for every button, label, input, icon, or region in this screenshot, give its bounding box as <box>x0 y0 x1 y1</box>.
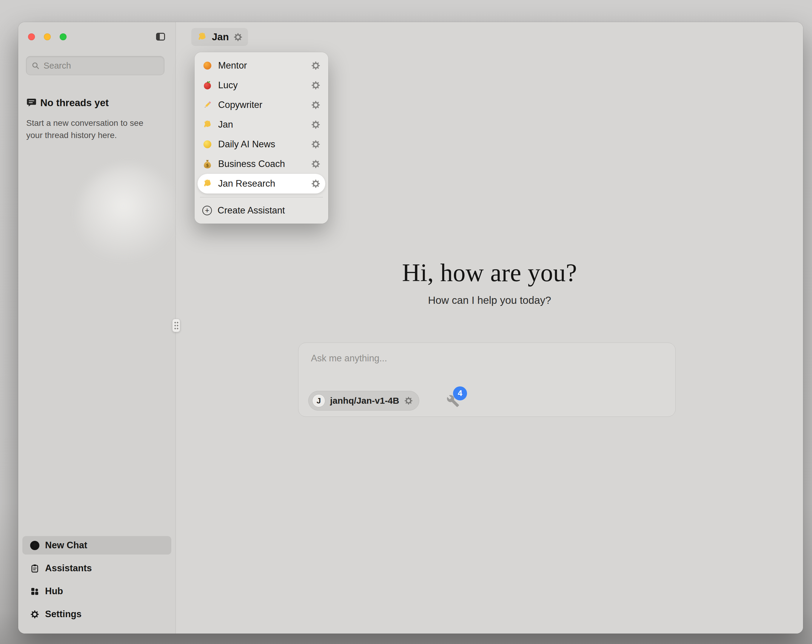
grip-dots-icon <box>174 321 179 330</box>
waving-hand-icon <box>197 32 208 42</box>
gear-icon[interactable] <box>311 159 321 169</box>
menu-item-daily-ai-news[interactable]: Daily AI News <box>198 134 325 154</box>
main-area: Jan Mentor Lucy Copywriter <box>176 22 803 633</box>
plus-circle-icon <box>30 541 40 550</box>
orange-circle-icon <box>202 61 212 71</box>
gear-icon[interactable] <box>311 179 321 189</box>
sidebar-item-label: Settings <box>45 609 81 620</box>
gear-icon[interactable] <box>311 120 321 129</box>
sidebar-item-label: New Chat <box>45 540 87 551</box>
gear-icon[interactable] <box>311 140 321 149</box>
clipboard-icon <box>30 564 40 573</box>
app-window: No threads yet Start a new conversation … <box>18 22 803 633</box>
menu-item-label: Mentor <box>218 60 247 71</box>
menu-item-label: Copywriter <box>218 100 262 110</box>
assistant-switcher[interactable]: Jan <box>191 28 248 46</box>
tools-count-badge: 4 <box>453 387 467 400</box>
current-assistant-name: Jan <box>212 31 229 43</box>
waving-hand-icon <box>202 178 212 189</box>
sidebar-item-settings[interactable]: Settings <box>22 605 171 623</box>
search-field[interactable] <box>26 56 165 75</box>
create-assistant-button[interactable]: Create Assistant <box>198 201 325 220</box>
model-name: janhq/Jan-v1-4B <box>330 396 399 406</box>
sidebar-item-new-chat[interactable]: New Chat <box>22 536 171 554</box>
greeting-subtitle: How can I help you today? <box>176 294 803 306</box>
empty-state-description: Start a new conversation to see your thr… <box>26 117 157 141</box>
gear-icon[interactable] <box>311 100 321 110</box>
window-controls <box>28 33 67 40</box>
menu-item-mentor[interactable]: Mentor <box>198 56 325 75</box>
menu-item-lucy[interactable]: Lucy <box>198 75 325 95</box>
menu-item-label: Lucy <box>218 80 238 91</box>
greeting: Hi, how are you? How can I help you toda… <box>176 258 803 306</box>
minimize-button[interactable] <box>44 33 51 40</box>
search-input[interactable] <box>44 61 159 71</box>
assistant-menu: Mentor Lucy Copywriter Jan Daily AI News <box>195 52 328 224</box>
pencil-icon <box>202 100 212 110</box>
red-apple-icon <box>202 80 212 90</box>
chat-bubble-icon <box>26 97 37 108</box>
gear-icon[interactable] <box>311 61 321 70</box>
plus-circle-outline-icon <box>202 206 212 215</box>
sidebar: No threads yet Start a new conversation … <box>18 22 176 633</box>
sidebar-background-blob <box>78 165 179 266</box>
menu-item-label: Business Coach <box>218 158 285 169</box>
sidebar-item-label: Assistants <box>45 563 92 574</box>
menu-item-label: Jan Research <box>218 178 275 189</box>
gear-icon <box>30 610 40 619</box>
sidebar-resize-handle[interactable] <box>172 319 180 332</box>
chat-input[interactable] <box>298 343 675 382</box>
menu-item-label: Daily AI News <box>218 139 275 150</box>
menu-item-jan-research[interactable]: Jan Research <box>198 174 325 193</box>
sidebar-toggle-icon[interactable] <box>155 32 166 42</box>
menu-item-jan[interactable]: Jan <box>198 115 325 134</box>
zoom-button[interactable] <box>60 33 67 40</box>
waving-hand-icon <box>202 120 212 130</box>
sidebar-item-assistants[interactable]: Assistants <box>22 559 171 577</box>
greeting-title: Hi, how are you? <box>176 258 803 287</box>
yellow-circle-icon <box>202 139 212 149</box>
model-selector[interactable]: J janhq/Jan-v1-4B <box>308 391 419 411</box>
close-button[interactable] <box>28 33 35 40</box>
hub-grid-icon <box>30 587 40 596</box>
empty-state-title: No threads yet <box>40 97 108 108</box>
money-bag-icon <box>202 159 212 169</box>
chat-composer: J janhq/Jan-v1-4B 4 <box>298 343 676 417</box>
gear-icon[interactable] <box>311 81 321 90</box>
assistant-settings-icon[interactable] <box>234 32 243 42</box>
create-assistant-label: Create Assistant <box>218 205 285 216</box>
model-settings-icon[interactable] <box>404 396 413 405</box>
menu-item-business-coach[interactable]: Business Coach <box>198 154 325 174</box>
sidebar-item-label: Hub <box>45 586 63 597</box>
menu-item-label: Jan <box>218 119 233 130</box>
model-avatar: J <box>312 394 325 407</box>
menu-item-copywriter[interactable]: Copywriter <box>198 95 325 115</box>
search-icon <box>31 61 40 70</box>
sidebar-nav: New Chat Assistants Hub Settings <box>22 536 171 623</box>
sidebar-item-hub[interactable]: Hub <box>22 582 171 600</box>
